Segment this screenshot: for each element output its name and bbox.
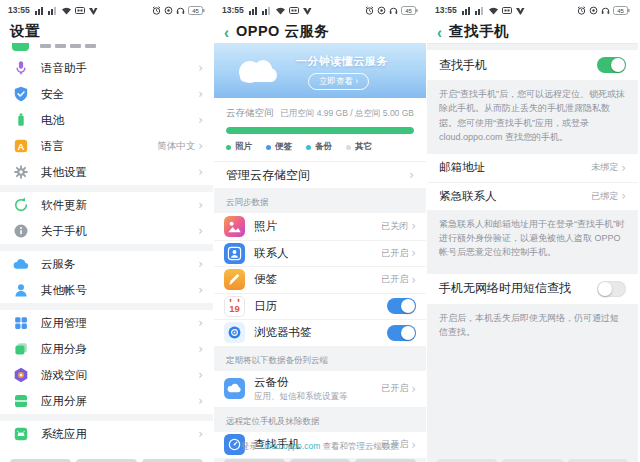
legend-label: 备份 (315, 141, 332, 153)
calendar-sync-toggle[interactable] (387, 298, 416, 314)
cloud-intro-banner[interactable]: 一分钟读懂云服务 立即查看 › (214, 43, 426, 98)
sync-item-contacts[interactable]: 联系人 已开启 › (214, 240, 426, 267)
settings-item-app-management[interactable]: 应用管理 › (0, 310, 213, 336)
battery-percent: 45 (405, 7, 412, 13)
browser-bookmarks-app-icon (224, 322, 245, 343)
item-label: 其他帐号 (41, 283, 198, 298)
legend-dot-notes (266, 145, 271, 150)
language-icon: A (12, 137, 30, 155)
android-icon (12, 425, 30, 443)
item-label: 邮箱地址 (439, 160, 485, 175)
settings-item-other-settings[interactable]: 其他设置 › (0, 159, 213, 185)
banner-headline: 一分钟读懂云服务 (296, 54, 388, 69)
sms-find-description: 开启后，本机丢失后即使无网络，仍可通过短信查找。 (427, 304, 638, 349)
volte-icon (502, 6, 512, 15)
alarm-icon (365, 6, 374, 15)
update-refresh-icon (12, 196, 30, 214)
settings-item-other-accounts[interactable]: 其他帐号 › (0, 277, 213, 303)
nav-bar-hint[interactable] (214, 457, 426, 462)
settings-item-game-space[interactable]: 游戏空间 › (0, 362, 213, 388)
chevron-right-icon: › (198, 284, 203, 296)
settings-item-language[interactable]: A 语言 简体中文 › (0, 133, 213, 159)
item-label: 软件更新 (41, 198, 198, 213)
settings-item-cloud-service[interactable]: 云服务 › (0, 251, 213, 277)
nav-bar-hint[interactable] (427, 457, 638, 462)
calendar-app-icon: 19 (224, 296, 245, 317)
item-label: 关于手机 (41, 224, 198, 239)
chevron-right-icon: › (198, 88, 203, 100)
cloud-service-screen: 13:55 45 ‹ OPPO 云服务 一分钟读懂云服务 立即查看 › (213, 0, 426, 462)
toggle-knob (401, 326, 415, 340)
item-value: 简体中文 (157, 140, 195, 153)
app-grid-icon (12, 314, 30, 332)
banner-view-now-button[interactable]: 立即查看 › (308, 73, 369, 90)
item-label: 系统应用 (41, 427, 198, 442)
cloud-illustration (230, 52, 282, 86)
item-status: 已关闭 (381, 220, 408, 233)
chevron-right-icon: › (411, 383, 416, 395)
find-phone-screen: 13:55 45 ‹ 查找手机 查找手机 开启“查找手机”后，您可以远程定位、锁… (426, 0, 638, 462)
storage-bar-fill (226, 127, 414, 134)
verification-description: 紧急联系人和邮箱地址用于在登录“查找手机”时进行额外身份验证，以避免被他人盗取 … (427, 210, 638, 274)
chevron-right-icon: › (198, 258, 203, 270)
settings-item-system-apps[interactable]: 系统应用 › (0, 421, 213, 447)
back-button[interactable]: ‹ (224, 23, 229, 40)
signal-icon-2 (475, 6, 485, 15)
settings-item-about-phone[interactable]: 关于手机 › (0, 218, 213, 244)
item-label: 联系人 (254, 246, 381, 261)
volte-icon (75, 6, 85, 15)
vowifi-icon (88, 6, 98, 15)
settings-item-app-cloner[interactable]: 应用分身 › (0, 336, 213, 362)
svg-text:A: A (18, 141, 25, 152)
emergency-contact-row[interactable]: 紧急联系人 已绑定› (427, 182, 638, 210)
settings-item-cutoff[interactable] (0, 43, 213, 55)
find-phone-toggle[interactable] (597, 57, 626, 73)
settings-item-software-update[interactable]: 软件更新 › (0, 192, 213, 218)
settings-item-split-screen[interactable]: 应用分屏 › (0, 388, 213, 414)
footer-prefix: 登录 (241, 441, 260, 451)
nav-bar-hint[interactable] (0, 457, 213, 462)
storage-label: 云存储空间 (226, 107, 274, 120)
cloud-backup-row[interactable]: 云备份 应用、短信和系统设置等 已开启 › (214, 371, 426, 407)
signal-icon (249, 6, 259, 15)
back-button[interactable]: ‹ (437, 23, 442, 40)
group-separator (0, 303, 213, 310)
sync-item-calendar[interactable]: 19 日历 (214, 293, 426, 320)
signal-icon-2 (48, 6, 58, 15)
item-label: 安全 (41, 87, 198, 102)
manage-storage-row[interactable]: 管理云存储空间 › (214, 161, 426, 188)
headset-icon (389, 6, 398, 15)
cloud-header: ‹ OPPO 云服务 (214, 20, 426, 43)
sms-find-toggle[interactable] (597, 281, 626, 297)
battery-icon: 45 (188, 6, 205, 15)
toggle-knob (598, 282, 612, 296)
group-separator (0, 414, 213, 421)
email-address-row[interactable]: 邮箱地址 未绑定› (427, 154, 638, 182)
microphone-icon (12, 59, 30, 77)
chevron-right-icon: › (198, 199, 203, 211)
legend-dot-photos (226, 145, 231, 150)
bookmarks-sync-toggle[interactable] (387, 325, 416, 341)
sync-item-photos[interactable]: 照片 已关闭 › (214, 213, 426, 240)
item-label: 其他设置 (41, 165, 198, 180)
find-phone-toggle-row[interactable]: 查找手机 (427, 50, 638, 80)
sync-item-browser-bookmarks[interactable]: 浏览器书签 (214, 319, 426, 346)
settings-item-battery[interactable]: 电池 › (0, 107, 213, 133)
settings-item-security[interactable]: 安全 › (0, 81, 213, 107)
vowifi-icon (302, 6, 312, 15)
legend-dot-other (346, 145, 351, 150)
sms-find-toggle-row[interactable]: 手机无网络时用短信查找 (427, 274, 638, 304)
settings-item-voice-assistant[interactable]: 语音助手 › (0, 55, 213, 81)
sync-item-notes[interactable]: 便签 已开启 › (214, 266, 426, 293)
battery-icon: 45 (401, 6, 418, 15)
storage-legend: 照片 便签 备份 其它 (226, 141, 414, 161)
headset-icon (176, 6, 185, 15)
item-status: 已开启 (381, 382, 408, 395)
cloud-oppo-link[interactable]: cloud.oppo.com (260, 441, 320, 451)
photos-app-icon (224, 216, 245, 237)
chevron-right-icon: › (198, 140, 203, 152)
storage-progress-bar (226, 127, 414, 134)
storage-card: 云存储空间 已用空间 4.99 GB / 总空间 5.00 GB 照片 便签 备… (214, 98, 426, 188)
info-icon (12, 222, 30, 240)
group-separator (0, 244, 213, 251)
